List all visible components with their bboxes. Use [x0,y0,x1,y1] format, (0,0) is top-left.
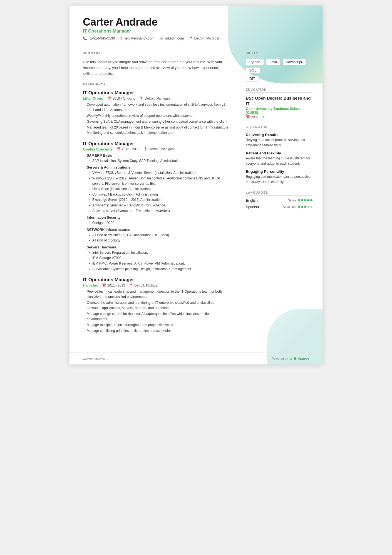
main-body: SUMMARY Use this opportunity to intrigue… [70,46,322,352]
dot-3 [304,199,306,201]
lang-spanish-name: Spanish [246,205,259,209]
resume-page: Carter Andrade IT Operations Manager 📞 +… [70,6,322,364]
list-item: Developed automation framework and seaml… [83,102,229,113]
calendar-edu-icon: 📅 [246,115,250,119]
pin-icon-1: 📍 [139,97,143,100]
strength-1: Delivering Results Relying on a mix of p… [246,133,312,148]
list-item: Manage conflicting priorities, deliverab… [83,328,229,334]
list-item: All kind of switches L2, L3 Configuratio… [88,233,229,238]
job-3-location: 📍 Detroit, Michigan [129,283,159,287]
list-item: Windows (2008 – 2019) server, Domain con… [88,176,229,186]
strength-3-name: Engaging Personality [246,169,312,174]
lang-english-level: Native [288,199,296,202]
dot-s2 [301,206,303,208]
enhancv-logo: Enhancv [294,356,309,361]
phone-icon: 📞 [83,36,87,40]
edu-degree: BSc Open Degree: Business and IT [246,95,312,106]
candidate-name: Carter Andrade [83,16,309,28]
job-1-meta: Littel Group 📅 2018 - Ongoing 📍 Detroit,… [83,96,229,100]
calendar-icon-1: 📅 [107,97,111,100]
footer: www.enhancv.com Powered by ⌀ Enhancv [70,352,322,364]
languages-section-title: LANGUAGES [246,191,312,196]
job-3-company: Hahn Inc [83,283,98,287]
lang-spanish-level: Advanced [283,205,296,208]
job-2-title: IT Operations Manager [83,141,229,147]
contact-row: 📞 +1-914-345-5530 ⊙ help@enhancv.com 🔗 l… [83,36,309,40]
right-column: SKILLS Python Java Javascript SQL GIT ED… [239,49,322,352]
list-item: Antivirus server (Symantec – TrendMicro … [88,208,229,214]
list-item: Manage change control for the local Albu… [83,311,229,322]
powered-by-text: Powered by [272,357,288,360]
list-item: Weekly/Monthly operational review of sup… [83,113,229,119]
job-1-title: IT Operations Manager [83,90,229,96]
lang-spanish-dots [298,206,312,208]
subsection-servers-list: VMware ESXI, vSphere & Vcenter Server (I… [88,170,229,213]
contact-email: ⊙ help@enhancv.com [120,36,154,40]
dot-1 [298,199,300,201]
job-1-company: Littel Group [83,96,103,100]
languages-section: LANGUAGES English Native [246,191,312,209]
list-item: Linux Suse (Installation, Administration… [88,186,229,192]
left-column: SUMMARY Use this opportunity to intrigue… [70,49,239,352]
dot-s3 [304,206,306,208]
job-3-title: IT Operations Manager [83,277,229,283]
dot-s5 [310,206,312,208]
dot-2 [301,199,303,201]
lang-english-right: Native [288,199,312,202]
education-section: EDUCATION BSc Open Degree: Business and … [246,88,312,119]
strength-2: Patient and Flexible Aware that the lear… [246,151,312,166]
summary-section: SUMMARY Use this opportunity to intrigue… [83,51,229,77]
list-item: Governing SLA & OLA management and ensur… [83,119,229,124]
summary-section-title: SUMMARY [83,51,229,56]
job-2: IT Operations Manager Obelus Concepts 📅 … [83,141,229,272]
experience-section-title: EXPERIENCE [83,83,229,87]
list-item: Oversee the administration and monitorin… [83,300,229,311]
list-item: Commvault Backup solution (Administratio… [88,192,229,197]
job-2-location: 📍 Detroit, Michigan [143,147,174,151]
list-item: IBM HMC, Power 8 servers, AIX 7, Power V… [88,261,229,266]
pin-icon-3: 📍 [129,283,133,287]
edu-school: Open University Business School (OUBS) [246,107,312,115]
skills-tags-row-2: GIT [246,76,312,82]
header-section: Carter Andrade IT Operations Manager 📞 +… [70,6,322,46]
list-item: VMware ESXI, vSphere & Vcenter Server (I… [88,170,229,176]
subsection-network-title: NETWORK Infrastructures [83,228,229,232]
list-item: SAP Installation, System Copy, SAP Tunni… [88,158,229,164]
strength-1-name: Delivering Results [246,133,312,137]
email-icon: ⊙ [120,36,123,40]
list-item: Fortigate D200 [88,220,229,226]
dot-4 [307,199,309,201]
job-3-date: 📅 2011 - 2013 [102,283,125,287]
lang-english-name: English [246,198,258,203]
skill-python: Python [246,59,264,65]
subsection-infosec-list: Fortigate D200 [88,220,229,226]
job-1-bullets: Developed automation framework and seaml… [83,102,229,135]
list-item: Intel Servers Preparation, Installation. [88,250,229,255]
job-2-company: Obelus Concepts [83,147,113,151]
strength-2-desc: Aware that the learning curve is differe… [246,156,312,166]
subsection-servers-title: Servers & Administrations [83,166,229,169]
list-item: Exchange Server (2010 – 2016) Administra… [88,197,229,203]
lang-spanish-right: Advanced [283,205,312,208]
footer-right: Powered by ⌀ Enhancv [272,356,309,361]
subsection-hardware-list: Intel Servers Preparation, Installation.… [88,250,229,272]
list-item: Provide technical leadership and managem… [83,289,229,300]
dot-s4 [307,206,309,208]
list-item: Manage multiple projects throughout the … [83,322,229,328]
job-2-subsections: SAP ERP Basis SAP Installation, System C… [83,154,229,272]
calendar-icon-2: 📅 [116,147,121,151]
strength-3-desc: Engaging communicator, can be persuasive… [246,174,312,184]
list-item: Managed team of 20 based in India & Mexi… [83,125,229,135]
calendar-icon-3: 📅 [102,283,106,287]
subsection-sap-list: SAP Installation, System Copy, SAP Tunni… [88,158,229,164]
location-icon: 📍 [189,36,193,40]
subsection-sap-title: SAP ERP Basis [83,154,229,157]
skill-javascript: Javascript [283,59,306,65]
job-2-meta: Obelus Concepts 📅 2013 - 2018 📍 Detroit,… [83,147,229,151]
skill-sql: SQL [246,67,260,73]
list-item: Antispam (Symantec – TrendMicro) for Exc… [88,203,229,208]
skill-git: GIT [246,76,259,82]
lang-spanish: Spanish Advanced [246,205,312,209]
experience-section: EXPERIENCE IT Operations Manager Littel … [83,83,229,333]
job-1-date: 📅 2018 - Ongoing [107,97,136,100]
